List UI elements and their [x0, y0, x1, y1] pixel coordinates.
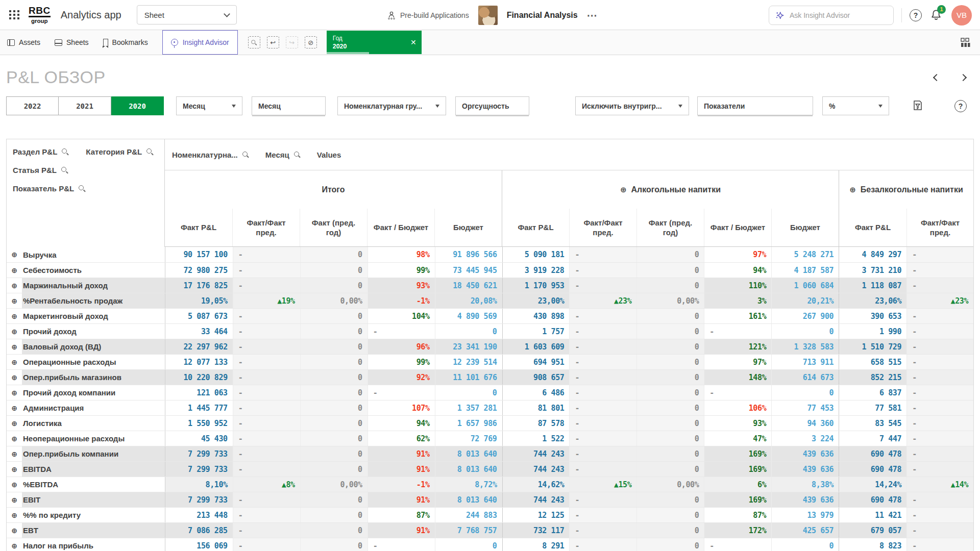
row-label[interactable]: Себестоимость	[22, 263, 165, 278]
expand-row-icon[interactable]: ⊕	[11, 312, 17, 320]
exclude-intragroup-dropdown[interactable]: Исключить внутригр...	[575, 96, 689, 115]
row-label[interactable]: %EBITDA	[22, 477, 165, 492]
sheet-selector-dropdown[interactable]: Sheet	[137, 5, 237, 24]
expand-row-icon[interactable]: ⊕	[11, 343, 17, 351]
insight-advisor-button[interactable]: Insight Advisor	[162, 30, 238, 55]
expand-row-icon[interactable]: ⊕	[11, 542, 17, 550]
expand-row-icon[interactable]: ⊕	[11, 481, 17, 489]
help-icon[interactable]: ?	[910, 9, 922, 21]
measure-header[interactable]: Факт / Бюджет	[367, 209, 434, 246]
app-launcher-icon[interactable]	[8, 9, 20, 21]
insight-advisor-search[interactable]	[769, 6, 894, 25]
clear-selections-icon[interactable]: ⊘	[305, 36, 317, 48]
expand-row-icon[interactable]: ⊕	[11, 373, 17, 382]
step-forward-selection-icon[interactable]: ↪	[286, 36, 298, 48]
selections-tool-icon[interactable]	[913, 100, 923, 112]
expand-row-icon[interactable]: ⊕	[11, 358, 17, 366]
expand-row-icon[interactable]: ⊕	[11, 297, 17, 305]
measure-header[interactable]: Факт/Факт пред.	[232, 209, 300, 246]
expand-row-icon[interactable]: ⊕	[11, 496, 17, 504]
measure-header[interactable]: Факт/Факт пред.	[906, 209, 973, 246]
row-label[interactable]: %% по кредиту	[22, 508, 165, 522]
expand-row-icon[interactable]: ⊕	[11, 465, 17, 473]
expand-row-icon[interactable]: ⊕	[11, 527, 17, 535]
row-label[interactable]: Маржинальный доход	[22, 278, 165, 293]
dim-filter-article[interactable]: Статья P&L	[13, 166, 68, 174]
expand-row-icon[interactable]: ⊕	[11, 511, 17, 519]
expand-group-icon[interactable]: ⊕	[620, 185, 627, 194]
measure-header[interactable]: Факт P&L	[502, 209, 569, 246]
previous-sheet-icon[interactable]	[933, 73, 940, 81]
column-group-3[interactable]: ⊕Безалкогольные напитки	[839, 170, 973, 209]
tab-assets[interactable]: Assets	[7, 38, 40, 46]
search-icon[interactable]	[79, 185, 85, 192]
dim-filter-indicator[interactable]: Показатель P&L	[13, 184, 85, 193]
expand-row-icon[interactable]: ⊕	[11, 251, 17, 259]
org-entity-listbox[interactable]: Оргсущность	[455, 96, 529, 115]
measure-header[interactable]: Факт (пред. год)	[636, 209, 704, 246]
expand-row-icon[interactable]: ⊕	[11, 404, 17, 412]
avatar[interactable]: VB	[951, 5, 972, 26]
tab-bookmarks[interactable]: Bookmarks	[103, 38, 148, 46]
app-thumbnail[interactable]	[478, 6, 498, 25]
percent-dropdown[interactable]: %	[822, 96, 889, 115]
measure-header[interactable]: Бюджет	[434, 209, 502, 246]
row-label[interactable]: Прочий доход компании	[22, 385, 165, 400]
search-input[interactable]	[790, 11, 876, 19]
expand-row-icon[interactable]: ⊕	[11, 389, 17, 397]
measure-header[interactable]: Факт/Факт пред.	[569, 209, 636, 246]
row-label[interactable]: Маркетинговый доход	[22, 309, 165, 323]
row-label[interactable]: Неоперационные расходы	[22, 431, 165, 446]
tab-sheets[interactable]: Sheets	[55, 38, 89, 46]
expand-row-icon[interactable]: ⊕	[11, 282, 17, 290]
search-icon[interactable]	[62, 148, 68, 155]
step-back-selection-icon[interactable]: ↩	[267, 36, 279, 48]
search-icon[interactable]	[146, 148, 153, 155]
row-label[interactable]: EBITDA	[22, 462, 165, 477]
row-label[interactable]: Выручка	[22, 247, 165, 262]
indicators-listbox[interactable]: Показатели	[697, 96, 813, 115]
column-dim-nomenclature[interactable]: Номенклатурна...	[172, 151, 249, 159]
column-dim-values[interactable]: Values	[317, 151, 341, 159]
expand-row-icon[interactable]: ⊕	[11, 435, 17, 443]
expand-row-icon[interactable]: ⊕	[11, 266, 17, 274]
search-icon[interactable]	[61, 167, 68, 173]
row-label[interactable]: Валовый доход (ВД)	[22, 339, 165, 354]
year-button-2021[interactable]: 2021	[59, 96, 111, 115]
row-label[interactable]: Налог на прибыль	[22, 538, 165, 551]
select-zoom-icon[interactable]	[248, 36, 260, 48]
expand-group-icon[interactable]: ⊕	[849, 185, 856, 194]
measure-header[interactable]: Факт / Бюджет	[704, 209, 771, 246]
notifications-icon[interactable]: 1	[929, 8, 944, 22]
row-label[interactable]: Опер.прибыль компании	[22, 446, 165, 461]
nomenclature-dropdown[interactable]: Номенклатурная гру...	[337, 96, 446, 115]
column-dim-month[interactable]: Месяц	[265, 151, 301, 159]
selection-chip-year[interactable]: Год 2020 ✕	[327, 31, 422, 54]
expand-row-icon[interactable]: ⊕	[11, 328, 17, 336]
row-label[interactable]: Опер.прибыль магазинов	[22, 370, 165, 385]
measure-header[interactable]: Факт P&L	[165, 209, 232, 246]
year-button-2022[interactable]: 2022	[6, 96, 59, 115]
measure-header[interactable]: Бюджет	[771, 209, 839, 246]
expand-row-icon[interactable]: ⊕	[11, 419, 17, 428]
year-button-2020[interactable]: 2020	[111, 96, 164, 115]
close-icon[interactable]: ✕	[410, 38, 416, 46]
month-listbox[interactable]: Месяц	[252, 96, 326, 115]
dim-filter-category[interactable]: Категория P&L	[86, 147, 153, 156]
search-icon[interactable]	[294, 152, 301, 158]
row-label[interactable]: %Рентабельность продаж	[22, 293, 165, 308]
month-dropdown[interactable]: Месяц	[176, 96, 242, 115]
search-icon[interactable]	[242, 152, 249, 158]
sheet-grid-icon[interactable]	[960, 37, 971, 48]
row-label[interactable]: Администрация	[22, 400, 165, 415]
column-group-2[interactable]: ⊕Алкогольные напитки	[502, 170, 839, 209]
column-group-1[interactable]: Итого	[165, 170, 502, 209]
row-label[interactable]: Операционные расходы	[22, 355, 165, 369]
expand-row-icon[interactable]: ⊕	[11, 450, 17, 458]
row-label[interactable]: EBIT	[22, 492, 165, 507]
help-icon-filters[interactable]: ?	[954, 100, 967, 112]
row-label[interactable]: Логистика	[22, 416, 165, 431]
prebuild-applications-link[interactable]: Pre-build Applications	[387, 11, 469, 20]
measure-header[interactable]: Факт P&L	[839, 209, 906, 246]
dim-filter-section[interactable]: Раздел P&L	[13, 147, 68, 156]
